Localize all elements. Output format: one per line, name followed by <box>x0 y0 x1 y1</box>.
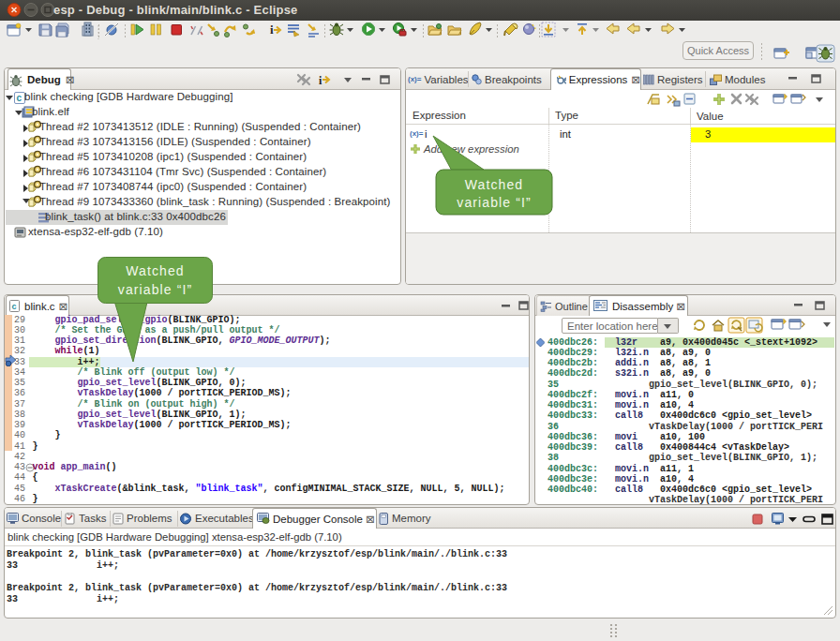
svg-text:c: c <box>12 302 17 311</box>
svg-text:i: i <box>319 74 322 87</box>
svg-text:c: c <box>17 93 22 103</box>
svg-text:i: i <box>270 22 274 37</box>
